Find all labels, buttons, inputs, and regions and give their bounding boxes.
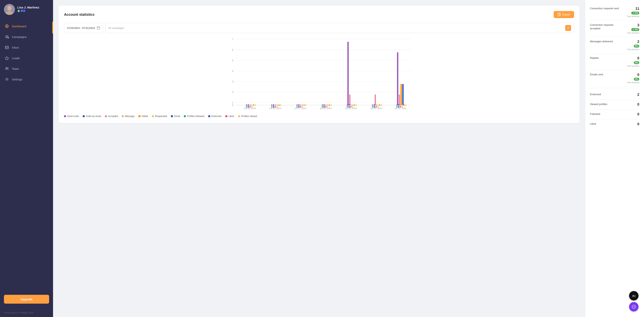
svg-point-16 (7, 68, 8, 69)
svg-point-97 (352, 106, 354, 108)
legend-label-endorsed: Endorsed (212, 115, 222, 118)
legend-profiles-viewed: Profiles viewed (238, 115, 257, 118)
legend-endorsed: Endorsed (208, 115, 222, 118)
stat-value-liked: 0 (637, 122, 639, 126)
stat-label-emails-sent: Emails sent (590, 73, 603, 76)
sidebar-item-dashboard[interactable]: Dashboard (0, 21, 53, 32)
svg-rect-5 (23, 10, 25, 12)
sidebar-item-settings[interactable]: Settings (0, 74, 53, 85)
legend-label-invite-by-email: Invite by email (86, 115, 101, 118)
translate-button[interactable]: A 文 (629, 291, 638, 300)
badge-icon (21, 10, 26, 13)
sidebar-item-team[interactable]: Team (0, 63, 53, 74)
svg-point-71 (305, 104, 307, 106)
calendar-icon (97, 26, 100, 30)
svg-point-15 (6, 68, 7, 69)
chat-button[interactable] (629, 302, 638, 311)
legend-color-invite-by-email (83, 115, 85, 117)
chat-icon (632, 304, 636, 309)
stat-label-replied: Replied (590, 56, 598, 60)
legend-color-email (171, 115, 173, 117)
legend-label-profiles-viewed: Profiles viewed (241, 115, 257, 118)
svg-text:0: 0 (232, 104, 234, 107)
sidebar-item-label-settings: Settings (12, 78, 22, 81)
stat-from-replied: from previous (627, 65, 639, 67)
svg-point-59 (276, 104, 278, 106)
svg-point-125 (633, 29, 634, 31)
stat-right-followed: 0 (637, 112, 639, 116)
campaign-placeholder: All campaigns (108, 27, 124, 30)
svg-point-7 (6, 26, 8, 27)
svg-text:7: 7 (232, 38, 234, 41)
svg-point-72 (296, 106, 298, 108)
upgrade-button[interactable]: Upgrade (4, 295, 49, 304)
svg-text:4: 4 (232, 70, 234, 73)
svg-point-54 (250, 106, 251, 108)
sidebar-footer: Privacy policy • © Dripify, 2024 (0, 308, 53, 317)
svg-point-53 (248, 106, 249, 108)
svg-point-114 (398, 104, 400, 106)
legend-color-profiles-viewed (238, 115, 240, 117)
legend-color-profiles-followed (184, 115, 186, 117)
svg-point-81 (330, 104, 332, 106)
stat-row-connection-requests-accepted: Connection requests accepted 3 0% from p… (590, 21, 639, 37)
chart-title: Account statistics (64, 13, 94, 17)
legend-inmail: InMail (138, 115, 148, 118)
svg-point-52 (246, 106, 247, 108)
svg-point-106 (374, 106, 375, 108)
legend-send-invite: Send invite (64, 115, 79, 118)
svg-point-12 (8, 37, 9, 38)
stat-value-followed: 0 (637, 112, 639, 116)
team-icon (5, 67, 9, 71)
sidebar-item-label-campaigns: Campaigns (12, 35, 27, 39)
svg-point-80 (329, 104, 330, 106)
svg-point-95 (348, 106, 350, 108)
svg-rect-13 (5, 46, 8, 49)
legend-invite-by-email: Invite by email (83, 115, 101, 118)
date-range-filter[interactable]: 07/25/2024 - 07/31/2024 (64, 23, 103, 33)
sidebar-item-label-team: Team (12, 67, 19, 70)
svg-text:3: 3 (232, 80, 234, 83)
chart-card: Account statistics Export 07/25/2024 - 0… (58, 6, 580, 123)
legend-accepted: Accepted (105, 115, 118, 118)
svg-point-78 (325, 104, 326, 106)
svg-point-64 (275, 106, 276, 108)
filters-row: 07/25/2024 - 07/31/2024 All campaigns + (64, 23, 574, 33)
export-button[interactable]: Export (554, 11, 574, 18)
stat-row-viewed-profiles: Viewed profiles 0 (590, 100, 639, 110)
settings-icon (5, 77, 9, 81)
svg-point-122 (402, 106, 403, 108)
badge-icon-crs: ↑ (632, 12, 634, 14)
stat-right-viewed-profiles: 0 (637, 102, 639, 107)
svg-point-96 (350, 106, 352, 108)
stat-row-emails-sent: Emails sent 0 0% from previous (590, 70, 639, 87)
legend-responded: Responded (152, 115, 167, 118)
sidebar-item-inbox[interactable]: Inbox (0, 42, 53, 53)
add-campaign-button[interactable]: + (565, 25, 571, 31)
svg-point-17 (6, 79, 8, 80)
svg-point-113 (396, 104, 398, 106)
stat-right-replied: 0 0% from previous (627, 56, 639, 67)
campaign-filter[interactable]: All campaigns + (105, 23, 574, 33)
stat-value-connection-requests-accepted: 3 (637, 23, 639, 27)
sidebar-item-campaigns[interactable]: Campaigns (0, 32, 53, 42)
svg-point-88 (347, 104, 348, 106)
svg-point-75 (302, 106, 303, 108)
svg-point-101 (376, 104, 377, 106)
svg-rect-110 (399, 95, 400, 105)
svg-point-58 (275, 104, 276, 106)
svg-point-94 (347, 106, 348, 108)
svg-point-116 (402, 104, 403, 106)
svg-point-51 (255, 104, 256, 106)
date-range-text: 07/25/2024 - 07/31/2024 (67, 27, 95, 30)
svg-point-129 (633, 306, 634, 307)
chart-container: 0 1 2 3 4 5 6 7 Jul 25, 2024 Jul 26, 202… (64, 37, 574, 113)
sidebar-item-leads[interactable]: Leads (0, 53, 53, 63)
svg-text:2: 2 (232, 91, 234, 94)
stat-right-endorsed: 2 (637, 93, 639, 97)
legend-color-responded (152, 115, 154, 117)
svg-point-60 (278, 104, 280, 106)
svg-point-105 (372, 106, 373, 108)
svg-point-115 (400, 104, 401, 106)
legend-label-accepted: Accepted (108, 115, 118, 118)
